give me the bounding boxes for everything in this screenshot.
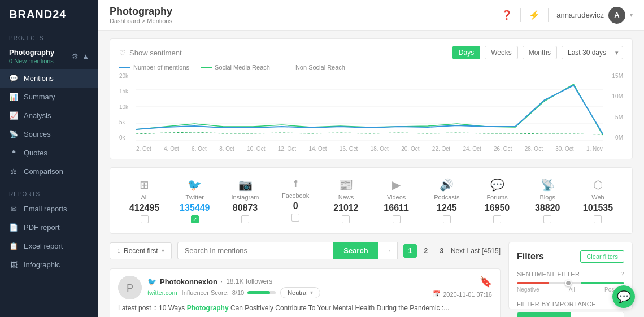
source-web-check[interactable] — [594, 215, 602, 223]
sidebar-item-comparison[interactable]: ⚖ Comparison — [0, 162, 98, 181]
source-blogs-check[interactable] — [543, 215, 551, 223]
reports-section-label: REPORTS — [0, 185, 98, 199]
mention-text: Latest post :: 10 Ways Photography Can P… — [118, 303, 492, 313]
chart-svg — [136, 73, 603, 141]
next-label[interactable]: Next — [451, 247, 465, 255]
sort-chevron-icon: ▾ — [162, 247, 164, 254]
y-axis-right: 15M 10M 5M 0M — [605, 73, 623, 141]
source-facebook-check[interactable] — [291, 214, 299, 222]
all-icon: ⊞ — [140, 178, 149, 192]
sentiment-help-icon[interactable]: ? — [620, 271, 624, 277]
bookmark-icon[interactable]: 🔖 — [480, 276, 492, 288]
mention-text-after: Can Positively Contribute To Your Mental… — [229, 304, 450, 312]
chat-bubble[interactable]: 💬 — [612, 285, 635, 308]
sidebar-item-quotes[interactable]: ❝ Quotes — [0, 144, 98, 162]
source-videos-check[interactable] — [393, 215, 401, 223]
date-range-select[interactable]: Last 30 days — [562, 46, 623, 59]
sidebar-item-pdf-report[interactable]: 📄 PDF report — [0, 218, 98, 237]
sources-grid: ⊞ All 412495 🐦 Twitter 135449 ✓ 📷 Instag… — [119, 176, 623, 225]
sentiment-label: Show sentiment — [129, 49, 182, 57]
source-instagram[interactable]: 📷 Instagram 80873 — [220, 176, 270, 225]
mention-source-row: twitter.com Influencer Score: 8/10 — [147, 287, 320, 298]
chart-legend: Number of mentions Social Media Reach No… — [119, 64, 623, 71]
filters-title: Filters — [517, 251, 544, 262]
sidebar-item-label: PDF report — [24, 223, 60, 232]
projects-section-label: PROJECTS — [0, 29, 98, 44]
mention-text-before: Latest post :: 10 Ways — [118, 304, 187, 312]
sidebar-item-email-reports[interactable]: ✉ Email reports — [0, 199, 98, 218]
last-label[interactable]: Last [4515] — [467, 247, 501, 255]
influencer-bar — [247, 291, 276, 294]
period-weeks-btn[interactable]: Weeks — [485, 46, 517, 59]
source-facebook[interactable]: f Facebook 0 — [271, 176, 321, 224]
project-icons: ⚙ ▲ — [72, 52, 89, 60]
sidebar-item-mentions[interactable]: 💬 Mentions — [0, 69, 98, 88]
important-only-btn[interactable]: Important only — [571, 312, 624, 317]
mention-info: 🐦 Photokonnexion · 18.1K followers twitt… — [147, 277, 320, 298]
source-all[interactable]: ⊞ All 412495 — [119, 176, 169, 225]
sidebar-item-label: Summary — [24, 93, 55, 101]
source-twitter-check[interactable]: ✓ — [191, 215, 199, 223]
source-web[interactable]: ⬡ Web 101535 — [573, 176, 623, 225]
source-blogs-name: Blogs — [539, 194, 555, 201]
page-title: Photography — [110, 6, 172, 18]
sidebar-item-summary[interactable]: 📊 Summary — [0, 88, 98, 106]
source-instagram-check[interactable] — [241, 215, 249, 223]
sidebar-item-excel-report[interactable]: 📋 Excel report — [0, 237, 98, 255]
source-blogs[interactable]: 📡 Blogs 38820 — [523, 176, 573, 225]
page-2-btn[interactable]: 2 — [419, 244, 433, 258]
x-axis-labels: 2. Oct 4. Oct 6. Oct 8. Oct 10. Oct 12. … — [136, 146, 603, 152]
chevron-up-icon[interactable]: ▲ — [82, 52, 89, 60]
search-button[interactable]: Search — [333, 242, 378, 259]
mention-source-link[interactable]: twitter.com — [147, 289, 177, 296]
mention-sentiment-badge[interactable]: Neutral ▾ — [280, 287, 320, 298]
search-input[interactable] — [177, 242, 334, 259]
all-mentions-btn[interactable]: All mentions — [517, 312, 571, 317]
source-podcasts[interactable]: 🔊 Podcasts 1245 — [421, 176, 472, 225]
lightning-icon[interactable]: ⚡ — [529, 10, 540, 20]
page-1-btn[interactable]: 1 — [403, 244, 417, 258]
source-twitter[interactable]: 🐦 Twitter 135449 ✓ — [169, 176, 220, 225]
source-podcasts-check[interactable] — [443, 215, 451, 223]
avatar: A — [608, 7, 625, 24]
source-web-count: 101535 — [583, 203, 613, 213]
importance-filter-label: FILTER BY IMPORTANCE ? — [517, 301, 624, 307]
chart-controls: Days Weeks Months Last 30 days — [452, 46, 623, 59]
podcasts-icon: 🔊 — [440, 178, 454, 192]
source-news-check[interactable] — [342, 215, 350, 223]
sentiment-thumb[interactable] — [565, 280, 572, 286]
source-forums-check[interactable] — [493, 215, 501, 223]
legend-mentions-label: Number of mentions — [133, 64, 189, 71]
sidebar-item-sources[interactable]: 📡 Sources — [0, 125, 98, 144]
sidebar-item-analysis[interactable]: 📈 Analysis — [0, 106, 98, 125]
feed-controls: ↕ Recent first ▾ Search → 1 2 3 Next — [110, 242, 501, 259]
gear-icon[interactable]: ⚙ — [72, 52, 79, 60]
source-all-count: 412495 — [129, 203, 159, 213]
source-videos[interactable]: ▶ Videos 16611 — [371, 176, 421, 225]
sentiment-toggle[interactable]: ♡ Show sentiment — [119, 49, 182, 57]
source-all-check[interactable] — [141, 215, 149, 223]
source-forums[interactable]: 💬 Forums 16950 — [472, 176, 522, 225]
source-podcasts-name: Podcasts — [434, 194, 459, 201]
sentiment-slider[interactable] — [517, 282, 624, 284]
all-label: All — [569, 286, 575, 293]
mention-influencer: Influencer Score: 8/10 — [182, 289, 276, 296]
sort-dropdown[interactable]: ↕ Recent first ▾ — [110, 242, 172, 259]
excel-icon: 📋 — [9, 242, 18, 250]
help-icon[interactable]: ❓ — [501, 10, 512, 20]
sentiment-value: Neutral — [288, 289, 307, 296]
source-facebook-name: Facebook — [282, 192, 309, 199]
sidebar-item-infographic[interactable]: 🖼 Infographic — [0, 255, 98, 274]
twitter-icon: 🐦 — [188, 178, 202, 192]
user-menu[interactable]: anna.rudewicz A ▾ — [556, 7, 633, 24]
search-next-button[interactable]: → — [378, 242, 398, 259]
page-3-btn[interactable]: 3 — [435, 244, 449, 258]
source-news[interactable]: 📰 News 21012 — [321, 176, 371, 225]
web-icon: ⬡ — [593, 178, 603, 192]
clear-filters-button[interactable]: Clear filters — [580, 250, 624, 263]
project-photography[interactable]: Photography 0 New mentions ⚙ ▲ — [0, 44, 98, 69]
period-months-btn[interactable]: Months — [523, 46, 557, 59]
period-days-btn[interactable]: Days — [452, 46, 480, 59]
sidebar: BRAND24 PROJECTS Photography 0 New menti… — [0, 0, 98, 317]
videos-icon: ▶ — [392, 178, 401, 192]
